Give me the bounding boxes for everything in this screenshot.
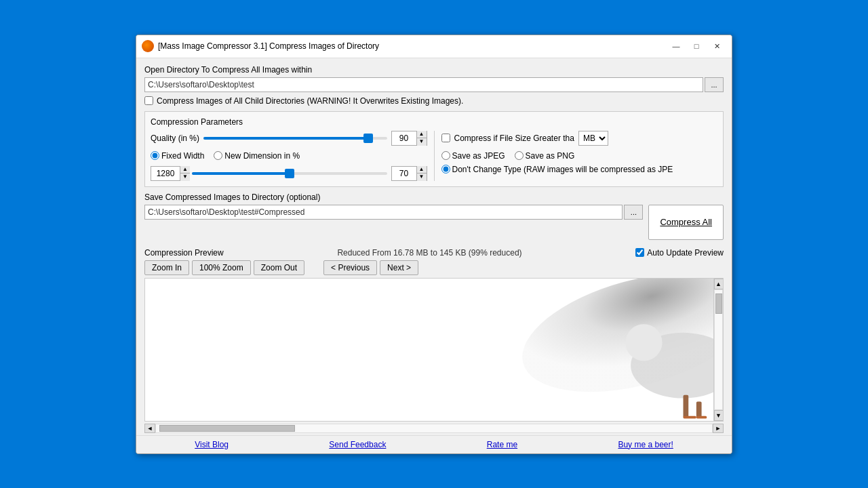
compress-if-label: Compress if File Size Greater tha	[454, 134, 574, 143]
dimension-slider-thumb	[285, 169, 294, 178]
params-right: Compress if File Size Greater tha MB Sav…	[435, 131, 718, 181]
dont-change-row: Don't Change Type (RAW images will be co…	[441, 165, 718, 174]
maximize-button[interactable]: □	[687, 39, 706, 54]
quality-label: Quality (in %)	[151, 134, 199, 143]
open-dir-row: ...	[144, 77, 724, 92]
quality-spinner-arrows: ▲ ▼	[416, 131, 427, 146]
scroll-right-arrow[interactable]: ►	[713, 424, 724, 433]
dim-pct-increment-button[interactable]: ▲	[417, 166, 427, 174]
auto-update-checkbox[interactable]	[635, 248, 644, 257]
app-icon	[142, 40, 154, 52]
compress-child-label: Compress Images of All Child Directories…	[157, 96, 463, 106]
dimension-pct-arrows: ▲ ▼	[416, 166, 427, 181]
open-dir-label: Open Directory To Compress All Images wi…	[144, 65, 724, 75]
scroll-thumb-vertical[interactable]	[715, 293, 722, 314]
quality-increment-button[interactable]: ▲	[417, 131, 427, 138]
zoom-100-button[interactable]: 100% Zoom	[192, 260, 251, 275]
params-title: Compression Parameters	[151, 117, 717, 127]
quality-slider-fill	[203, 137, 368, 140]
compress-if-checkbox[interactable]	[441, 134, 450, 142]
save-jpeg-option[interactable]: Save as JPEG	[441, 151, 505, 161]
save-png-label: Save as PNG	[526, 151, 575, 161]
preview-image-content	[145, 279, 713, 421]
svg-point-3	[625, 324, 662, 361]
save-png-radio[interactable]	[515, 151, 524, 160]
preview-image	[145, 279, 713, 421]
params-left: Quality (in %) ▲ ▼	[151, 131, 435, 181]
save-dir-left: ...	[144, 205, 643, 224]
footer: Visit Blog Send Feedback Rate me Buy me …	[136, 435, 732, 453]
fixed-width-label: Fixed Width	[161, 151, 204, 161]
new-dimension-label: New Dimension in %	[224, 151, 300, 161]
scroll-up-arrow[interactable]: ▲	[714, 279, 724, 289]
compress-if-row: Compress if File Size Greater tha MB	[441, 131, 718, 146]
save-jpeg-radio[interactable]	[441, 151, 450, 160]
compress-child-checkbox[interactable]	[144, 96, 153, 105]
previous-button[interactable]: < Previous	[323, 260, 377, 275]
dim-pct-decrement-button[interactable]: ▼	[417, 174, 427, 181]
scroll-track-horizontal[interactable]	[155, 424, 713, 433]
close-button[interactable]: ✕	[707, 39, 726, 54]
fixed-width-radio[interactable]	[151, 151, 159, 160]
next-button[interactable]: Next >	[380, 260, 418, 275]
auto-update-row: Auto Update Preview	[635, 248, 724, 258]
preview-bottom-scrollbar: ◄ ►	[144, 422, 724, 435]
save-dir-label: Save Compressed Images to Directory (opt…	[144, 192, 724, 202]
rate-me-link[interactable]: Rate me	[487, 440, 517, 449]
dimension-slider-track[interactable]	[192, 172, 387, 175]
save-dir-section: Save Compressed Images to Directory (opt…	[144, 192, 724, 240]
fixed-width-option[interactable]: Fixed Width	[151, 151, 204, 161]
main-window: [Mass Image Compressor 3.1] Compress Ima…	[136, 35, 732, 454]
send-feedback-link[interactable]: Send Feedback	[329, 440, 386, 449]
save-type-row: Save as JPEG Save as PNG	[441, 151, 718, 161]
svg-rect-5	[696, 401, 702, 418]
width-spinner-arrows: ▲ ▼	[180, 166, 190, 181]
vertical-scrollbar[interactable]: ▲ ▼	[713, 279, 723, 421]
width-value-input[interactable]	[151, 167, 180, 180]
preview-info: Reduced From 16.78 MB to 145 KB (99% red…	[224, 248, 636, 258]
dont-change-radio[interactable]	[441, 165, 450, 174]
quality-value-input[interactable]	[392, 131, 416, 145]
dimension-pct-spinner: ▲ ▼	[391, 166, 427, 181]
params-inner: Quality (in %) ▲ ▼	[151, 131, 717, 181]
dimension-slider-fill	[192, 172, 290, 175]
save-dir-input[interactable]	[144, 205, 623, 220]
width-increment-button[interactable]: ▲	[180, 166, 190, 174]
window-title: [Mass Image Compressor 3.1] Compress Ima…	[158, 41, 667, 51]
save-dir-browse-button[interactable]: ...	[624, 205, 643, 220]
open-dir-input[interactable]	[144, 77, 703, 92]
buy-beer-link[interactable]: Buy me a beer!	[618, 440, 673, 449]
scroll-left-arrow[interactable]: ◄	[144, 424, 155, 433]
compression-params-section: Compression Parameters Quality (in %)	[144, 111, 724, 187]
new-dimension-radio[interactable]	[214, 151, 222, 160]
dimension-pct-input[interactable]	[392, 167, 416, 180]
main-content: Open Directory To Compress All Images wi…	[136, 58, 732, 435]
svg-rect-6	[683, 415, 696, 418]
visit-blog-link[interactable]: Visit Blog	[195, 440, 229, 449]
open-dir-browse-button[interactable]: ...	[705, 77, 724, 92]
mb-unit-dropdown[interactable]: MB	[578, 131, 608, 146]
compress-child-row: Compress Images of All Child Directories…	[144, 96, 724, 106]
scroll-track-vertical[interactable]	[714, 289, 723, 410]
preview-header: Compression Preview Reduced From 16.78 M…	[144, 245, 724, 260]
width-row: ▲ ▼ ▲ ▼	[151, 166, 427, 181]
scroll-down-arrow[interactable]: ▼	[714, 410, 724, 421]
zoom-out-button[interactable]: Zoom Out	[254, 260, 304, 275]
save-dir-input-row: ...	[144, 205, 643, 220]
width-spinner: ▲ ▼	[151, 166, 188, 181]
dont-change-label: Don't Change Type (RAW images will be co…	[452, 165, 673, 174]
preview-controls: Zoom In 100% Zoom Zoom Out < Previous Ne…	[144, 260, 724, 278]
svg-rect-4	[683, 394, 688, 418]
width-decrement-button[interactable]: ▼	[180, 174, 190, 181]
scroll-thumb-horizontal[interactable]	[159, 425, 295, 432]
new-dimension-option[interactable]: New Dimension in %	[214, 151, 300, 161]
quality-decrement-button[interactable]: ▼	[417, 138, 427, 146]
compress-all-button[interactable]: Compress All	[648, 205, 724, 240]
quality-slider-track[interactable]	[203, 137, 387, 140]
save-png-option[interactable]: Save as PNG	[515, 151, 575, 161]
dont-change-option[interactable]: Don't Change Type (RAW images will be co…	[441, 165, 673, 174]
titlebar: [Mass Image Compressor 3.1] Compress Ima…	[136, 35, 732, 58]
minimize-button[interactable]: —	[667, 39, 686, 54]
zoom-in-button[interactable]: Zoom In	[144, 260, 189, 275]
preview-image-area: ▲ ▼	[144, 278, 724, 422]
